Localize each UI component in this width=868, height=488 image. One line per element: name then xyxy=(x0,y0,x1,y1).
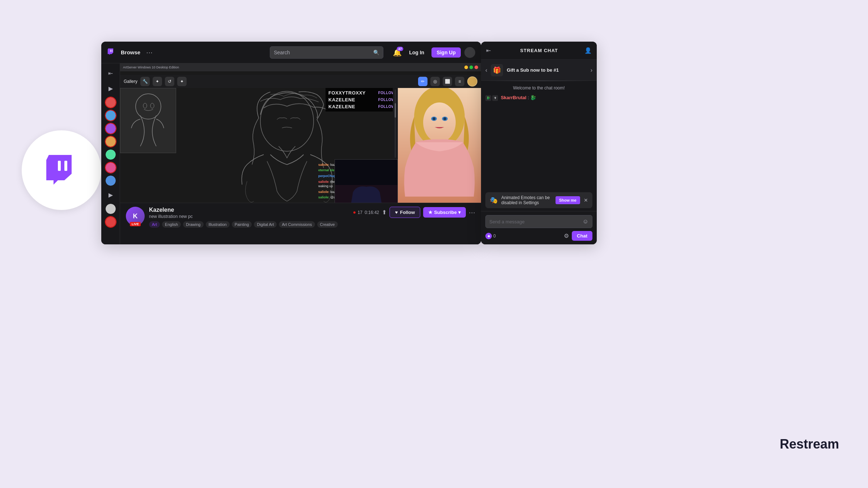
svg-rect-20 xyxy=(335,160,398,185)
chat-badges-1: 🐉 🗡 xyxy=(485,95,498,101)
share-button[interactable]: ⬆ xyxy=(382,209,387,216)
colored-illustration-svg xyxy=(398,88,481,204)
window-minimize[interactable] xyxy=(464,66,468,69)
sidebar-avatar-1[interactable] xyxy=(105,97,116,108)
subscribe-chevron-icon: ▾ xyxy=(458,210,461,215)
badge-dragon: 🐉 xyxy=(485,95,491,101)
stream-time: 0:16:42 xyxy=(365,210,379,215)
channel-entry-1: FOXXYTROХXY FOLLOW xyxy=(328,90,395,96)
color-picker[interactable] xyxy=(467,76,477,87)
chat-text-1: 🐉 xyxy=(530,95,536,100)
tag-art[interactable]: Art xyxy=(149,221,160,228)
tag-drawing[interactable]: Drawing xyxy=(183,221,203,228)
points-icon: ◈ xyxy=(485,233,492,239)
tool-select[interactable]: ↺ xyxy=(165,77,174,86)
sidebar-avatar-5[interactable] xyxy=(105,149,116,160)
subscribe-star-icon: ★ xyxy=(428,210,433,215)
svg-point-16 xyxy=(443,117,446,120)
twitch-nav-logo[interactable] xyxy=(107,47,115,58)
tool-eraser[interactable]: ⬜ xyxy=(443,77,452,86)
scrollbar-track xyxy=(395,89,396,158)
points-count: 0 xyxy=(493,234,496,239)
follow-heart-icon: ♥ xyxy=(395,210,398,215)
notifications-button[interactable]: 🔔 47 xyxy=(393,48,402,57)
chat-gear-button[interactable]: ⚙ xyxy=(564,232,569,239)
webcam-svg xyxy=(335,160,398,205)
window-close[interactable] xyxy=(475,66,478,69)
subscribe-button[interactable]: ★ Subscribe ▾ xyxy=(423,207,466,218)
chat-input[interactable] xyxy=(489,219,583,224)
sidebar-avatar-6[interactable] xyxy=(105,162,116,173)
live-badge: LIVE xyxy=(130,222,141,226)
vertical-scrollbar[interactable] xyxy=(393,88,398,159)
channel-names-overlay: FOXXYTROХXY FOLLOW KAZELENE FOLLOW KAZEL… xyxy=(326,88,398,112)
chat-messages-area[interactable]: Welcome to the chat room! 🐉 🗡 SkarrBruta… xyxy=(481,81,597,189)
tool-transform[interactable]: ✦ xyxy=(177,77,187,86)
channel-entry-3: KAZELENE FOLLOW xyxy=(328,104,395,109)
signup-button[interactable]: Sign Up xyxy=(431,47,461,58)
emote-notification-wrap: 🎭 Animated Emotes can be disabled in Set… xyxy=(481,189,597,211)
sidebar-avatar-7[interactable] xyxy=(105,175,116,186)
tag-illustration[interactable]: Illustration xyxy=(206,221,230,228)
gallery-button[interactable]: Gallery xyxy=(124,79,137,84)
sidebar-avatar-cat[interactable] xyxy=(105,203,116,215)
search-input[interactable] xyxy=(274,50,370,55)
tool-brush-active[interactable]: ✏ xyxy=(418,77,427,86)
tag-painting[interactable]: Painting xyxy=(232,221,252,228)
sidebar-collapse-button[interactable]: ⇤ xyxy=(104,66,118,80)
notifications-badge: 47 xyxy=(397,47,403,51)
follow-label: Follow xyxy=(400,210,415,215)
more-options-button[interactable]: ⋯ xyxy=(469,209,475,216)
chat-send-button[interactable]: Chat xyxy=(572,231,592,241)
gift-prev-button[interactable]: ‹ xyxy=(485,67,487,73)
tag-creative[interactable]: Creative xyxy=(317,221,338,228)
svg-rect-4 xyxy=(120,88,176,153)
viewers-info: 17 0:16:42 xyxy=(353,210,379,215)
follow-button[interactable]: ♥ Follow xyxy=(390,207,420,218)
svg-rect-0 xyxy=(58,161,61,171)
stream-info-bar: K LIVE Kazelene new illustration new pc … xyxy=(120,203,481,244)
gift-sub-banner: ‹ 🎁 Gift a Sub now to be #1 › xyxy=(481,60,597,81)
welcome-message: Welcome to the chat room! xyxy=(485,85,592,91)
sidebar-video-button[interactable]: ▶ xyxy=(104,188,118,202)
main-content-area: ⇤ ▶ ▶ xyxy=(101,63,481,244)
tag-english[interactable]: English xyxy=(162,221,181,228)
chat-panel: ⇤ STREAM CHAT 👤 ‹ 🎁 Gift a Sub now to be… xyxy=(481,42,597,244)
stream-info-top: K LIVE Kazelene new illustration new pc … xyxy=(126,207,475,228)
tool-adjust[interactable]: ✦ xyxy=(153,77,162,86)
tag-art-commissions[interactable]: Art Commissions xyxy=(279,221,315,228)
chat-input-wrap: ☺ xyxy=(485,215,592,228)
chat-collapse-button[interactable]: ⇤ xyxy=(486,47,491,54)
stream-tags: Art English Drawing Illustration Paintin… xyxy=(149,221,349,228)
nav-more-button[interactable]: ⋯ xyxy=(146,49,153,56)
gift-next-button[interactable]: › xyxy=(591,67,592,73)
tag-digital-art[interactable]: Digital Art xyxy=(254,221,277,228)
login-button[interactable]: Log In xyxy=(405,47,428,58)
tool-smudge[interactable]: ◎ xyxy=(430,77,440,86)
svg-point-12 xyxy=(423,102,456,142)
sidebar-avatar-2[interactable] xyxy=(105,110,116,121)
colored-illustration xyxy=(398,88,481,205)
sidebar-following-button[interactable]: ▶ xyxy=(104,81,118,95)
left-sidebar: ⇤ ▶ ▶ xyxy=(101,63,120,244)
sidebar-avatar-8[interactable] xyxy=(105,216,116,228)
sidebar-avatar-4[interactable] xyxy=(105,136,116,147)
tool-wrench[interactable]: 🔧 xyxy=(140,77,150,86)
chat-message-1: 🐉 🗡 SkarrBrutal : 🐉 xyxy=(485,94,592,101)
show-me-button[interactable]: Show me xyxy=(556,196,580,204)
chat-points: ◈ 0 xyxy=(485,233,496,239)
chat-user-settings-button[interactable]: 👤 xyxy=(584,47,592,54)
user-avatar[interactable] xyxy=(464,47,475,58)
window-maximize[interactable] xyxy=(469,66,473,69)
video-section: ArtServer Windows 10 Desktop Edition Gal… xyxy=(120,63,481,244)
chat-emoji-button[interactable]: ☺ xyxy=(583,218,588,225)
reference-image xyxy=(120,88,176,153)
browse-button[interactable]: Browse xyxy=(121,49,140,55)
streamer-name[interactable]: Kazelene xyxy=(149,207,349,213)
gift-sub-title: Gift a Sub now to be #1 xyxy=(507,67,587,73)
channel-entry-2: KAZELENE FOLLOW xyxy=(328,97,395,102)
tool-layers[interactable]: ≡ xyxy=(455,77,464,86)
sidebar-avatar-3[interactable] xyxy=(105,123,116,134)
chat-footer: ◈ 0 ⚙ Chat xyxy=(485,231,592,241)
close-notification-button[interactable]: ✕ xyxy=(584,197,588,203)
